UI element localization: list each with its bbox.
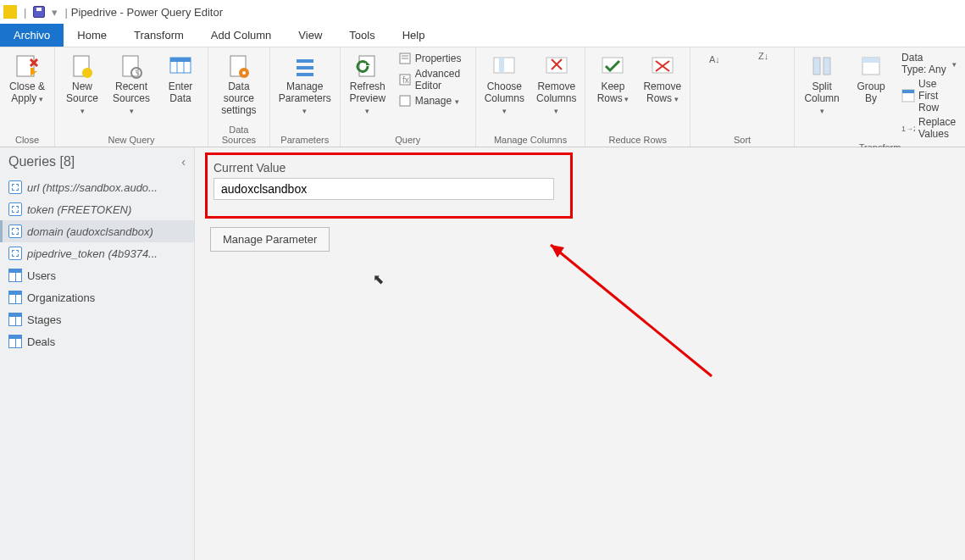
data-source-settings-button[interactable]: Data source settings xyxy=(215,51,263,118)
split-column-button[interactable]: Split Column xyxy=(801,51,842,118)
menu-add-column[interactable]: Add Column xyxy=(197,24,286,47)
ribbon-group-reduce-rows: Keep Rows Remove Rows Reduce Rows xyxy=(585,47,690,147)
advanced-editor-button[interactable]: fxAdvanced Editor xyxy=(397,67,469,92)
ribbon-group-label: Query xyxy=(395,133,420,145)
parameter-icon xyxy=(8,180,22,194)
svg-rect-17 xyxy=(297,66,313,69)
annotation-highlight xyxy=(205,152,573,219)
svg-text:1→2: 1→2 xyxy=(901,125,915,133)
queries-header[interactable]: Queries [8] ‹ xyxy=(0,147,194,176)
svg-text:Z↓: Z↓ xyxy=(758,51,768,61)
remove-rows-button[interactable]: Remove Rows xyxy=(641,51,683,107)
sort-desc-button[interactable]: Z↓ xyxy=(746,47,787,66)
query-item-label: Users xyxy=(27,269,56,282)
ribbon-group-manage-columns: Choose Columns Remove Columns Manage Col… xyxy=(476,47,586,147)
svg-rect-19 xyxy=(359,56,374,76)
query-item[interactable]: Organizations xyxy=(0,286,194,308)
menu-tools[interactable]: Tools xyxy=(336,24,388,47)
recent-sources-button[interactable]: Recent Sources xyxy=(111,51,152,118)
ribbon-group-close: Close & Apply Close xyxy=(0,47,55,147)
menu-help[interactable]: Help xyxy=(389,24,439,47)
query-item-label: domain (audoxclsandbox) xyxy=(27,225,153,238)
cursor-icon: ⬉ xyxy=(373,271,384,287)
query-item-label: Organizations xyxy=(27,291,95,304)
svg-rect-25 xyxy=(400,96,410,106)
query-item-label: url (https://sandbox.audo... xyxy=(27,181,158,194)
ribbon-group-label: Close xyxy=(15,133,39,145)
table-icon xyxy=(8,291,22,304)
svg-rect-42 xyxy=(902,90,914,93)
query-item-label: Stages xyxy=(27,313,61,326)
ribbon-group-label: Manage Columns xyxy=(494,133,567,145)
menu-home[interactable]: Home xyxy=(64,24,120,47)
query-item[interactable]: domain (audoxclsandbox) xyxy=(0,220,194,242)
document-title: Pipedrive xyxy=(71,6,117,19)
query-item-label: pipedrive_token (4b9374... xyxy=(27,247,158,260)
parameter-icon xyxy=(8,247,22,260)
choose-columns-button[interactable]: Choose Columns xyxy=(483,51,526,118)
ribbon-group-label: Data Sources xyxy=(215,123,263,145)
refresh-preview-button[interactable]: Refresh Preview xyxy=(347,51,388,118)
group-by-button[interactable]: Group By xyxy=(851,51,891,107)
use-first-row-button[interactable]: Use First Row xyxy=(900,77,958,114)
app-icon xyxy=(3,5,17,19)
manage-parameter-button[interactable]: Manage Parameter xyxy=(210,227,330,252)
svg-rect-27 xyxy=(499,58,504,73)
ribbon-group-label: New Query xyxy=(108,133,155,145)
ribbon-group-sort: A↓ Z↓ Sort xyxy=(690,47,795,147)
remove-columns-button[interactable]: Remove Columns xyxy=(535,51,578,118)
new-source-button[interactable]: New Source xyxy=(62,51,103,118)
svg-point-4 xyxy=(82,68,92,78)
close-apply-button[interactable]: Close & Apply xyxy=(7,51,47,107)
svg-rect-16 xyxy=(297,59,313,63)
keep-rows-button[interactable]: Keep Rows xyxy=(592,51,633,107)
parameter-icon xyxy=(8,225,22,238)
manage-button[interactable]: Manage xyxy=(397,93,461,108)
sort-asc-button[interactable]: A↓ xyxy=(697,51,738,69)
ribbon-group-label: Parameters xyxy=(280,133,329,145)
enter-data-button[interactable]: Enter Data xyxy=(160,51,201,107)
table-icon xyxy=(8,269,22,282)
query-item[interactable]: Stages xyxy=(0,308,194,330)
ribbon-group-label: Reduce Rows xyxy=(609,133,667,145)
svg-rect-40 xyxy=(862,58,879,63)
queries-sidebar: Queries [8] ‹ url (https://sandbox.audo.… xyxy=(0,147,195,560)
properties-button[interactable]: Properties xyxy=(397,51,463,66)
svg-rect-10 xyxy=(170,58,191,62)
data-type-button[interactable]: Data Type: Any xyxy=(900,51,958,76)
main-panel: Current Value Manage Parameter ⬉ xyxy=(195,147,965,560)
query-item[interactable]: Users xyxy=(0,264,194,286)
replace-values-button[interactable]: 1→2Replace Values xyxy=(900,115,958,141)
ribbon-group-label: Sort xyxy=(734,133,751,145)
ribbon-group-transform: Split Column Group By Data Type: Any Use… xyxy=(795,47,965,147)
menu-archivo[interactable]: Archivo xyxy=(0,24,64,47)
content-area: Queries [8] ‹ url (https://sandbox.audo.… xyxy=(0,147,965,560)
manage-parameters-button[interactable]: Manage Parameters xyxy=(277,51,333,118)
title-bar: | ▾ | Pipedrive - Power Query Editor xyxy=(0,0,965,24)
query-item[interactable]: Deals xyxy=(0,330,194,352)
annotation-arrow xyxy=(534,232,720,385)
ribbon-group-parameters: Manage Parameters Parameters xyxy=(270,47,341,147)
collapse-icon[interactable]: ‹ xyxy=(181,155,186,169)
query-item-label: Deals xyxy=(27,335,55,348)
svg-text:fx: fx xyxy=(402,75,409,85)
menu-view[interactable]: View xyxy=(285,24,336,47)
svg-rect-5 xyxy=(123,56,138,76)
query-item[interactable]: pipedrive_token (4b9374... xyxy=(0,242,194,264)
svg-rect-38 xyxy=(824,58,830,75)
ribbon-group-new-query: New Source Recent Sources Enter Data New… xyxy=(55,47,208,147)
table-icon xyxy=(8,313,22,326)
svg-line-44 xyxy=(551,245,712,376)
query-item-label: token (FREETOKEN) xyxy=(27,203,131,216)
save-icon[interactable] xyxy=(33,6,45,18)
query-item[interactable]: url (https://sandbox.audo... xyxy=(0,176,194,198)
app-title: Power Query Editor xyxy=(127,6,223,19)
menu-bar: Archivo Home Transform Add Column View T… xyxy=(0,24,965,47)
svg-text:A↓: A↓ xyxy=(709,54,720,64)
query-item[interactable]: token (FREETOKEN) xyxy=(0,198,194,220)
svg-rect-18 xyxy=(297,73,313,76)
menu-transform[interactable]: Transform xyxy=(120,24,197,47)
svg-rect-31 xyxy=(602,58,623,73)
table-icon xyxy=(8,335,22,348)
ribbon-group-query: Refresh Preview Properties fxAdvanced Ed… xyxy=(341,47,476,147)
